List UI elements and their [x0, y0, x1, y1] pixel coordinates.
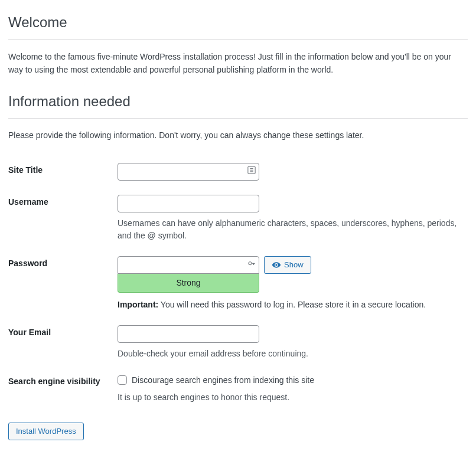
- search-visibility-checkbox[interactable]: [118, 375, 127, 385]
- info-needed-heading: Information needed: [8, 91, 468, 119]
- eye-icon: [272, 260, 281, 270]
- username-input[interactable]: [118, 195, 259, 212]
- password-important-note: Important: You will need this password t…: [118, 299, 468, 311]
- email-input[interactable]: [118, 325, 259, 343]
- search-visibility-label: Search engine visibility: [8, 367, 118, 411]
- search-visibility-checkbox-label: Discourage search engines from indexing …: [132, 374, 314, 387]
- username-hint: Usernames can have only alphanumeric cha…: [118, 217, 468, 242]
- username-label: Username: [8, 188, 118, 249]
- show-password-label: Show: [284, 260, 304, 269]
- install-wordpress-button[interactable]: Install WordPress: [8, 423, 84, 440]
- password-label: Password: [8, 249, 118, 318]
- site-title-label: Site Title: [8, 156, 118, 188]
- instruction-text: Please provide the following information…: [8, 129, 468, 142]
- email-hint: Double-check your email address before c…: [118, 348, 468, 360]
- email-label: Your Email: [8, 318, 118, 367]
- password-strength-meter: Strong: [118, 274, 259, 293]
- show-password-button[interactable]: Show: [264, 256, 311, 274]
- password-input[interactable]: [118, 256, 259, 274]
- welcome-heading: Welcome: [8, 12, 468, 40]
- welcome-intro: Welcome to the famous five-minute WordPr…: [8, 50, 468, 77]
- search-visibility-hint: It is up to search engines to honor this…: [118, 391, 468, 404]
- site-title-input[interactable]: [118, 163, 259, 181]
